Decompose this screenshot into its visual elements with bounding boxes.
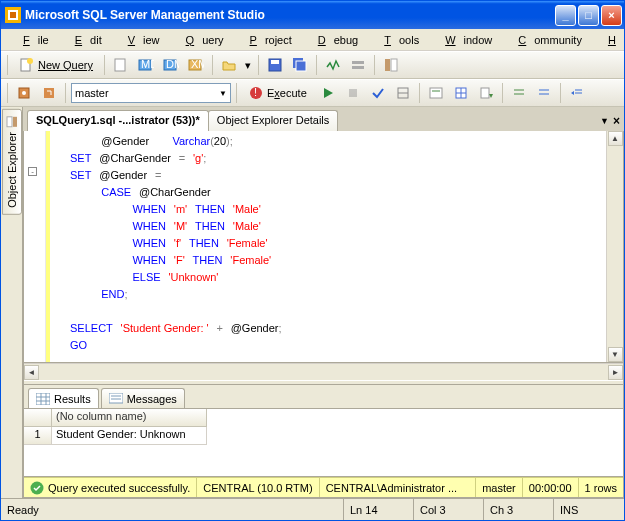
comment-icon[interactable] (508, 82, 530, 104)
menu-help[interactable]: Help (592, 32, 625, 48)
code-editor[interactable]: - @Gender Varchar(20); SET @CharGender =… (24, 131, 623, 363)
menu-project[interactable]: Project (234, 32, 300, 48)
svg-rect-29 (430, 88, 442, 98)
active-files-dropdown-icon[interactable]: ▼ (600, 116, 609, 126)
document-well: SQLQuery1.sql -...istrator (53))* Object… (23, 107, 624, 498)
row-number[interactable]: 1 (24, 427, 52, 445)
main-area: Object Explorer SQLQuery1.sql -...istrat… (1, 107, 624, 498)
activity-monitor-icon[interactable] (322, 54, 344, 76)
open-file-icon[interactable] (218, 54, 240, 76)
query-status-text: Query executed successfully. (48, 482, 190, 494)
svg-rect-19 (391, 59, 397, 71)
query-status-bar: Query executed successfully. CENTRAL (10… (24, 477, 623, 497)
scroll-left-icon[interactable]: ◄ (24, 365, 39, 380)
scroll-up-icon[interactable]: ▲ (608, 131, 623, 146)
parse-check-icon[interactable] (367, 82, 389, 104)
menu-query[interactable]: Query (170, 32, 232, 48)
chevron-down-icon[interactable]: ▾ (243, 54, 253, 76)
svg-rect-43 (13, 117, 17, 127)
vertical-scrollbar[interactable]: ▲ ▼ (606, 131, 623, 362)
uncomment-icon[interactable] (533, 82, 555, 104)
svg-rect-5 (115, 59, 125, 71)
new-query-icon (19, 57, 35, 73)
menu-window[interactable]: Window (429, 32, 500, 48)
column-header[interactable]: (No column name) (52, 409, 207, 427)
new-xmla-query-icon[interactable]: XM (185, 54, 207, 76)
scroll-down-icon[interactable]: ▼ (608, 347, 623, 362)
decrease-indent-icon[interactable] (566, 82, 588, 104)
window-title: Microsoft SQL Server Management Studio (25, 8, 553, 22)
svg-rect-45 (36, 393, 50, 405)
svg-text:!: ! (254, 86, 257, 98)
save-all-icon[interactable] (289, 54, 311, 76)
tab-sqlquery1[interactable]: SQLQuery1.sql -...istrator (53))* (27, 110, 209, 131)
new-mdx-query-icon[interactable]: MD (135, 54, 157, 76)
code-text[interactable]: @Gender Varchar(20); SET @CharGender = '… (50, 131, 606, 362)
toolbar-standard: New Query MD DM XM ▾ (1, 51, 624, 79)
svg-rect-50 (109, 393, 123, 403)
grid-corner (24, 409, 52, 427)
stop-icon[interactable] (342, 82, 364, 104)
menu-view[interactable]: View (112, 32, 168, 48)
svg-rect-17 (352, 66, 364, 69)
object-explorer-icon[interactable] (380, 54, 402, 76)
tab-object-explorer-details[interactable]: Object Explorer Details (208, 110, 339, 131)
fold-gutter[interactable]: - (24, 131, 46, 362)
svg-rect-26 (349, 89, 357, 97)
results-grid[interactable]: 1 (No column name) Student Gender: Unkno… (24, 409, 623, 476)
change-connection-icon[interactable] (38, 82, 60, 104)
database-combo[interactable]: master ▼ (71, 83, 231, 103)
menu-debug[interactable]: Debug (302, 32, 366, 48)
close-document-icon[interactable]: × (613, 114, 620, 128)
elapsed-time: 00:00:00 (523, 478, 579, 497)
toolbar-sql-editor: master ▼ ! Execute (1, 79, 624, 107)
svg-marker-35 (489, 94, 493, 98)
close-button[interactable]: × (601, 5, 622, 26)
debug-play-icon[interactable] (317, 82, 339, 104)
results-tab[interactable]: Results (28, 388, 99, 408)
object-explorer-label: Object Explorer (6, 132, 18, 208)
maximize-button[interactable]: □ (578, 5, 599, 26)
results-grid-icon (36, 393, 50, 405)
results-panel: Results Messages 1 (No column name) Stud… (24, 385, 623, 477)
status-ins: INS (554, 499, 624, 520)
statusbar: Ready Ln 14 Col 3 Ch 3 INS (1, 498, 624, 520)
svg-rect-13 (271, 60, 279, 64)
new-dmx-query-icon[interactable]: DM (160, 54, 182, 76)
menu-edit[interactable]: Edit (59, 32, 110, 48)
new-query-button[interactable]: New Query (13, 55, 99, 75)
object-explorer-icon (6, 116, 18, 128)
svg-rect-2 (10, 12, 16, 18)
tab-tools: ▼ × (600, 114, 620, 131)
svg-marker-25 (324, 88, 333, 98)
results-to-file-icon[interactable] (475, 82, 497, 104)
server-name: CENTRAL (10.0 RTM) (197, 478, 319, 497)
results-to-text-icon[interactable] (425, 82, 447, 104)
save-icon[interactable] (264, 54, 286, 76)
success-icon (30, 481, 44, 495)
grid-cell[interactable]: Student Gender: Unknown (52, 427, 207, 445)
execute-button[interactable]: ! Execute (242, 84, 314, 102)
new-database-engine-query-icon[interactable] (110, 54, 132, 76)
menu-tools[interactable]: Tools (368, 32, 427, 48)
status-line: Ln 14 (344, 499, 414, 520)
fold-toggle-icon[interactable]: - (28, 167, 37, 176)
svg-marker-42 (571, 91, 574, 95)
execute-icon: ! (249, 86, 263, 100)
menu-community[interactable]: Community (502, 32, 590, 48)
scroll-right-icon[interactable]: ► (608, 365, 623, 380)
minimize-button[interactable]: _ (555, 5, 576, 26)
display-plan-icon[interactable] (392, 82, 414, 104)
chevron-down-icon: ▼ (219, 89, 227, 98)
registered-servers-icon[interactable] (347, 54, 369, 76)
messages-tab[interactable]: Messages (101, 388, 185, 408)
horizontal-scrollbar[interactable]: ◄ ► (24, 363, 623, 380)
object-explorer-tab[interactable]: Object Explorer (2, 109, 22, 215)
svg-rect-34 (481, 88, 489, 98)
document-tabs: SQLQuery1.sql -...istrator (53))* Object… (23, 107, 624, 131)
svg-point-21 (22, 91, 26, 95)
connect-icon[interactable] (13, 82, 35, 104)
results-to-grid-icon[interactable] (450, 82, 472, 104)
menu-file[interactable]: File (7, 32, 57, 48)
execute-label: Execute (267, 87, 307, 99)
